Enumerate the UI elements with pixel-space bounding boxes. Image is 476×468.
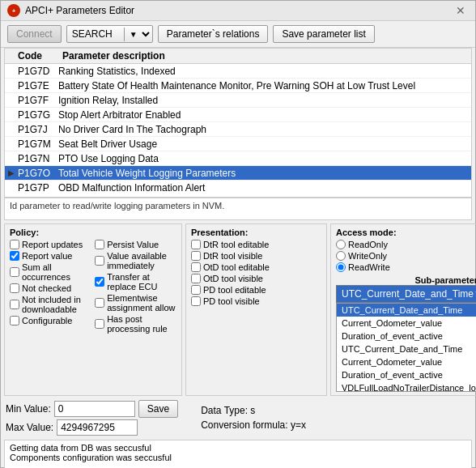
row-desc: PTO Use Logging Data <box>58 153 468 164</box>
access-radio-label-writeonly: WriteOnly <box>348 251 387 261</box>
policy-checkbox-row: Sum all occurrences <box>10 262 88 282</box>
policy-checkbox-row-right: Value available immediately <box>95 251 176 270</box>
search-dropdown[interactable]: ▼ <box>124 28 152 41</box>
presentation-checkbox-label-pd_visible: PD tool visible <box>203 296 260 306</box>
policy-checkbox-elementwise[interactable] <box>95 298 104 308</box>
policy-checkbox-persist_value[interactable] <box>95 240 104 249</box>
max-value-label: Max Value: <box>6 422 53 433</box>
access-radio-writeonly[interactable] <box>336 251 346 261</box>
sub-parameters-list: UTC_Current_Date_and_TimeCurrent_Odomete… <box>336 303 476 392</box>
log-line: Getting data from DB was seccusful <box>10 443 466 453</box>
access-mode-radio-row: WriteOnly <box>336 251 476 261</box>
connect-button[interactable]: Connect <box>7 25 62 43</box>
policy-box: Policy: Report updates Report value Sum … <box>4 223 182 396</box>
policy-checkbox-not_checked[interactable] <box>10 283 19 293</box>
datatype-label: Data Type: s <box>201 405 306 416</box>
table-row[interactable]: P1G7F Ignition Relay, Installed <box>5 93 471 108</box>
policy-checkbox-row: Report updates <box>10 240 88 249</box>
policy-checkbox-row-right: Persist Value <box>95 240 176 249</box>
presentation-checkbox-row: PD tool editable <box>191 285 321 295</box>
save-button[interactable]: Save <box>138 400 178 418</box>
access-radio-label-readonly: ReadOnly <box>348 240 388 249</box>
app-icon: + <box>7 4 20 17</box>
presentation-checkbox-label-otd_visible: OtD tool visible <box>203 274 263 283</box>
policy-checkbox-row: Report value <box>10 251 88 261</box>
policy-checkbox-row-right: Transfer at replace ECU <box>95 272 176 291</box>
log-line: ----------------------------------- <box>10 462 466 468</box>
row-code: P1G7G <box>18 109 58 121</box>
row-code: P1G7O <box>18 168 58 179</box>
row-desc: Seat Belt Driver Usage <box>58 138 468 150</box>
presentation-checkbox-dtr_editable[interactable] <box>191 240 201 249</box>
presentation-checkbox-dtr_visible[interactable] <box>191 251 201 261</box>
policy-checkbox-not_in_downloadable[interactable] <box>10 300 19 309</box>
sub-parameters-dropdown[interactable]: UTC_Current_Date_and_Time ▼ <box>336 285 476 303</box>
log-line: Components configuration was seccusful <box>10 453 466 462</box>
sub-parameter-item[interactable]: Current_Odometer_value <box>337 355 476 368</box>
conversion-label: Conversion formula: y=x <box>201 419 306 431</box>
policy-checkbox-label-elementwise: Elementwise assignment allow <box>107 293 176 313</box>
policy-checkbox-label-report_updates: Report updates <box>22 240 83 249</box>
sub-parameter-item[interactable]: UTC_Current_Date_and_Time <box>337 304 476 317</box>
table-row[interactable]: P1G7G Stop Alert Arbitrator Enabled <box>5 108 471 122</box>
table-row[interactable]: P1G7J No Driver Card In The Tachograph <box>5 122 471 137</box>
presentation-checkbox-row: DtR tool editable <box>191 240 321 249</box>
policy-checkbox-label-persist_value: Persist Value <box>107 240 159 249</box>
table-row[interactable]: P1G7N PTO Use Logging Data <box>5 151 471 166</box>
presentation-checkbox-label-dtr_editable: DtR tool editable <box>203 240 269 249</box>
policy-checkbox-label-value_available: Value available immediately <box>107 251 176 270</box>
row-code: P1G7N <box>18 153 58 164</box>
policy-checkbox-sum_occurrences[interactable] <box>10 267 19 277</box>
table-row[interactable]: P1G7M Seat Belt Driver Usage <box>5 137 471 151</box>
row-desc: Ranking Statistics, Indexed <box>58 66 468 77</box>
sub-parameter-item[interactable]: VDLFullLoadNoTrailerDistance_log <box>337 381 476 392</box>
presentation-checkbox-pd_editable[interactable] <box>191 285 201 295</box>
row-code: P1G7M <box>18 138 58 150</box>
save-parameter-list-button[interactable]: Save parameter list <box>273 25 374 43</box>
policy-checkbox-value_available[interactable] <box>95 256 104 266</box>
presentation-checkbox-label-pd_editable: PD tool editable <box>203 285 266 295</box>
table-row[interactable]: P1G7E Battery State Of Health Maintenanc… <box>5 79 471 93</box>
sub-parameter-item[interactable]: Duration_of_event_active <box>337 368 476 381</box>
search-input[interactable] <box>67 26 124 42</box>
row-desc: No Driver Card In The Tachograph <box>58 124 468 135</box>
policy-checkbox-label-report_value: Report value <box>22 251 72 261</box>
presentation-box: Presentation: DtR tool editable DtR tool… <box>185 223 327 396</box>
table-row[interactable]: P1G7P OBD Malfunction Information Alert <box>5 181 471 194</box>
sub-parameter-item[interactable]: Current_Odometer_value <box>337 317 476 330</box>
policy-checkbox-transfer_at_replace[interactable] <box>95 277 104 287</box>
access-radio-readwrite[interactable] <box>336 262 346 272</box>
policy-checkbox-has_post_processing[interactable] <box>95 319 104 329</box>
presentation-checkbox-pd_visible[interactable] <box>191 296 201 306</box>
presentation-checkbox-otd_visible[interactable] <box>191 274 201 283</box>
policy-checkbox-configurable[interactable] <box>10 316 19 325</box>
row-arrow-icon: ▶ <box>8 168 18 177</box>
table-header: Code Parameter description <box>5 49 471 64</box>
min-value-input[interactable] <box>54 401 135 417</box>
table-body: P1G7D Ranking Statistics, Indexed P1G7E … <box>5 64 471 194</box>
status-text: Id parameter to read/write logging param… <box>10 201 224 211</box>
row-code: P1G7D <box>18 66 58 77</box>
access-mode-radio-row: ReadOnly <box>336 240 476 249</box>
policy-checkbox-row-right: Elementwise assignment allow <box>95 293 176 313</box>
sub-parameter-item[interactable]: Duration_of_event_active <box>337 330 476 342</box>
policy-checkbox-label-transfer_at_replace: Transfer at replace ECU <box>107 272 176 291</box>
row-code: P1G7J <box>18 124 58 135</box>
log-area: Getting data from DB was seccusfulCompon… <box>4 440 472 468</box>
policy-checkbox-row: Not included in downloadable <box>10 295 88 314</box>
access-radio-readonly[interactable] <box>336 240 346 249</box>
close-button[interactable]: ✕ <box>453 4 469 17</box>
policy-checkbox-report_value[interactable] <box>10 251 19 261</box>
presentation-checkbox-row: DtR tool visible <box>191 251 321 261</box>
presentation-checkbox-otd_editable[interactable] <box>191 262 201 272</box>
table-row[interactable]: ▶ P1G7O Total Vehicle Weight Logging Par… <box>5 166 471 181</box>
access-mode-label: Access mode: <box>336 228 476 237</box>
table-row[interactable]: P1G7D Ranking Statistics, Indexed <box>5 64 471 79</box>
max-value-input[interactable] <box>57 419 138 436</box>
policy-checkbox-report_updates[interactable] <box>10 240 19 249</box>
presentation-checkbox-label-otd_editable: OtD tool editable <box>203 262 270 272</box>
parameter-relations-button[interactable]: Parameter`s relations <box>158 25 269 43</box>
policy-checkbox-label-not_checked: Not checked <box>22 283 71 293</box>
sub-parameter-item[interactable]: UTC_Current_Date_and_Time <box>337 342 476 355</box>
parameter-table: Code Parameter description P1G7D Ranking… <box>4 48 472 198</box>
